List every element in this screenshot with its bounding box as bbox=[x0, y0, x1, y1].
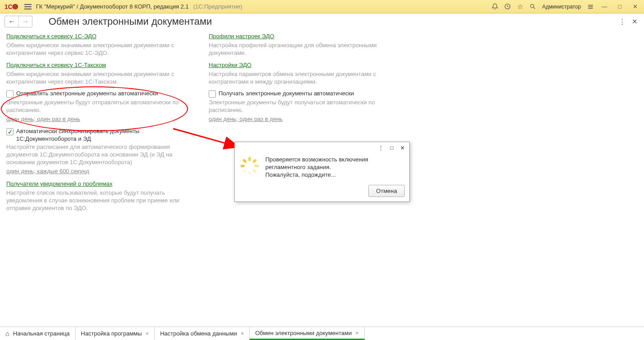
page-more-icon[interactable]: ⋮ bbox=[617, 17, 627, 27]
tab-close-icon[interactable]: × bbox=[241, 330, 244, 337]
svg-rect-7 bbox=[252, 169, 257, 173]
link-profiles[interactable]: Профили настроек ЭДО bbox=[209, 32, 398, 40]
svg-rect-4 bbox=[248, 157, 251, 161]
link-connect-edo[interactable]: Подключиться к сервису 1С-ЭДО bbox=[6, 32, 195, 40]
cancel-button[interactable]: Отмена bbox=[368, 185, 405, 197]
tab-close-icon[interactable]: × bbox=[355, 330, 359, 336]
dialog-text: Проверяется возможность включения реглам… bbox=[265, 156, 405, 179]
dialog-close-icon[interactable]: ✕ bbox=[398, 143, 407, 152]
tab-program-settings[interactable]: Настройка программы × bbox=[76, 327, 155, 340]
nav-forward[interactable]: → bbox=[18, 16, 32, 27]
dialog-maximize-icon[interactable]: □ bbox=[387, 143, 397, 152]
label-send-auto: Отправлять электронные документы автомат… bbox=[16, 90, 158, 97]
bottom-tabs: ⌂ Начальная страница Настройка программы… bbox=[0, 327, 644, 340]
minimize-button[interactable]: — bbox=[598, 2, 611, 12]
schedule-recv-auto[interactable]: один день; один раз в день bbox=[209, 116, 282, 122]
spinner-icon bbox=[239, 156, 260, 176]
desc-connect-edo: Обмен юридически значимыми электронными … bbox=[6, 41, 195, 57]
label-sync-sub: 1С:Документооборота и ЭД bbox=[16, 135, 195, 142]
svg-rect-6 bbox=[255, 165, 259, 167]
tab-label: Обмен электронными документами bbox=[255, 330, 352, 336]
app-subtitle: (1С:Предприятие) bbox=[193, 3, 242, 10]
desc-send-auto: Электронные документы будут отправляться… bbox=[6, 98, 195, 114]
tab-exchange-settings[interactable]: Настройка обмена данными × bbox=[155, 327, 250, 340]
svg-rect-5 bbox=[252, 159, 257, 163]
desc-sync: Настройте расписание для автоматического… bbox=[6, 143, 195, 166]
app-titlebar: 1C➑ ГК "Меркурий" / Документооборот 8 КО… bbox=[0, 0, 644, 13]
desc-recipients: Настройте список пользователей, которые … bbox=[6, 189, 195, 212]
close-button[interactable]: ✕ bbox=[629, 2, 641, 12]
desc-settings: Настройка параметров обмена электронными… bbox=[209, 70, 398, 85]
tab-close-icon[interactable]: × bbox=[145, 330, 149, 337]
left-column: Подключиться к сервису 1С-ЭДО Обмен юрид… bbox=[6, 32, 195, 216]
page-title: Обмен электронными документами bbox=[49, 16, 212, 27]
tab-label: Настройка программы bbox=[81, 330, 142, 337]
menu-icon[interactable] bbox=[22, 2, 33, 11]
svg-rect-9 bbox=[242, 169, 247, 173]
star-icon[interactable]: ☆ bbox=[515, 2, 525, 12]
page-toolbar: ← → Обмен электронными документами ⋮ ✕ bbox=[0, 13, 644, 30]
link-connect-taxcom[interactable]: Подключиться к сервису 1С-Такском bbox=[6, 61, 195, 69]
label-sync: Автоматически синхронизировать документы bbox=[16, 128, 139, 134]
schedule-send-auto[interactable]: один день; один раз в день bbox=[6, 116, 80, 122]
app-logo: 1C➑ bbox=[3, 3, 20, 10]
svg-rect-11 bbox=[242, 159, 247, 163]
checkbox-send-auto[interactable] bbox=[6, 90, 13, 98]
desc-connect-taxcom: Обмен юридически значимыми электронными … bbox=[6, 70, 195, 85]
desc-recv-auto: Электронные документы будут получаться а… bbox=[209, 98, 398, 114]
search-icon[interactable] bbox=[528, 2, 537, 12]
history-icon[interactable] bbox=[502, 2, 512, 12]
dialog-titlebar: ⋮ □ ✕ bbox=[235, 142, 409, 154]
checkbox-recv-auto[interactable] bbox=[209, 90, 216, 98]
user-label[interactable]: Администратор bbox=[540, 4, 583, 10]
bell-icon[interactable] bbox=[490, 2, 500, 12]
svg-point-1 bbox=[530, 4, 534, 8]
progress-dialog: ⋮ □ ✕ Проверяется возможность включения … bbox=[234, 142, 410, 202]
tab-edo-exchange[interactable]: Обмен электронными документами × bbox=[250, 327, 364, 340]
user-menu-icon[interactable] bbox=[586, 2, 595, 12]
schedule-sync[interactable]: один день; каждые 600 секунд bbox=[6, 168, 89, 174]
tab-label: Настройка обмена данными bbox=[160, 330, 237, 337]
home-icon: ⌂ bbox=[5, 330, 9, 337]
link-recipients[interactable]: Получатели уведомлений о проблемах bbox=[6, 180, 195, 188]
link-settings[interactable]: Настройки ЭДО bbox=[209, 61, 398, 69]
dialog-more-icon[interactable]: ⋮ bbox=[376, 143, 386, 152]
tab-home[interactable]: ⌂ Начальная страница bbox=[0, 327, 76, 340]
nav-back[interactable]: ← bbox=[5, 16, 18, 27]
label-recv-auto: Получать электронные документы автоматич… bbox=[219, 90, 354, 97]
app-title: ГК "Меркурий" / Документооборот 8 КОРП, … bbox=[36, 3, 189, 10]
desc-profiles: Настройка профилей организации для обмен… bbox=[209, 41, 398, 57]
page-close-icon[interactable]: ✕ bbox=[630, 17, 640, 27]
tab-label: Начальная страница bbox=[13, 330, 70, 337]
checkbox-sync[interactable] bbox=[6, 128, 13, 135]
svg-rect-8 bbox=[248, 171, 251, 175]
svg-rect-10 bbox=[241, 165, 245, 167]
maximize-button[interactable]: □ bbox=[613, 2, 626, 12]
nav-buttons: ← → bbox=[4, 16, 32, 27]
